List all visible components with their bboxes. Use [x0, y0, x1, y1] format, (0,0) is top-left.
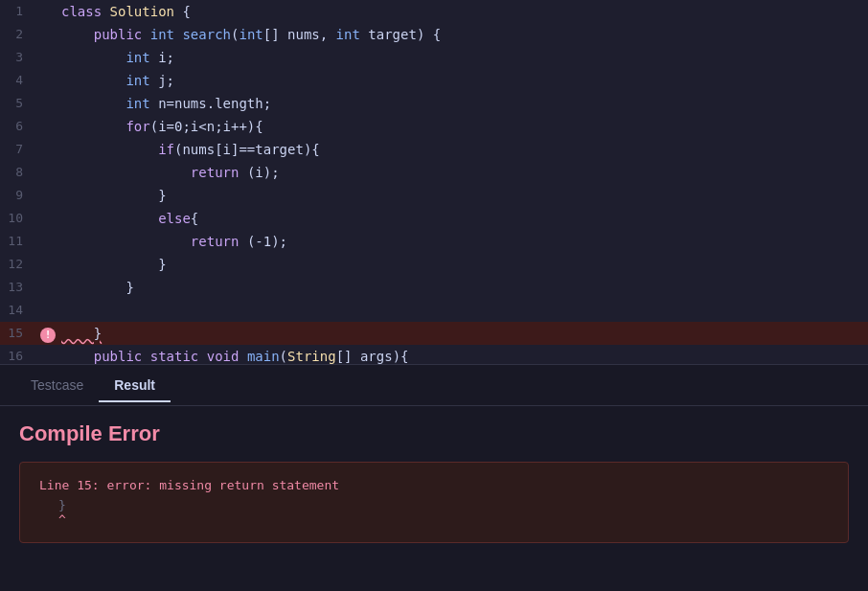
tab-result[interactable]: Result: [99, 368, 171, 402]
code-line-10: 10 else{: [0, 207, 868, 230]
line-number-13: 13: [0, 276, 38, 299]
line-number-5: 5: [0, 92, 38, 115]
error-icon-cell-3: [38, 46, 57, 69]
line-number-7: 7: [0, 138, 38, 161]
line-content-10: else{: [57, 207, 868, 230]
line-content-6: for(i=0;i<n;i++){: [57, 115, 868, 138]
line-content-1: class Solution {: [57, 0, 868, 23]
line-number-2: 2: [0, 23, 38, 46]
line-number-3: 3: [0, 46, 38, 69]
code-line-3: 3 int i;: [0, 46, 868, 69]
code-line-5: 5 int n=nums.length;: [0, 92, 868, 115]
line-content-15: }: [57, 322, 868, 345]
line-content-2: public int search(int[] nums, int target…: [57, 23, 868, 46]
error-icon-cell-6: [38, 115, 57, 138]
line-number-14: 14: [0, 299, 38, 322]
error-caret: ^: [58, 512, 829, 527]
error-icon-cell-15: !: [38, 322, 57, 345]
error-icon: !: [40, 328, 56, 343]
error-icon-cell-8: [38, 161, 57, 184]
code-line-7: 7 if(nums[i]==target){: [0, 138, 868, 161]
result-panel: Compile Error Line 15: error: missing re…: [0, 406, 868, 591]
code-line-13: 13 }: [0, 276, 868, 299]
error-code-snippet: }: [58, 498, 829, 512]
code-line-16: 16 public static void main(String[] args…: [0, 345, 868, 364]
error-icon-cell-4: [38, 69, 57, 92]
code-line-9: 9 }: [0, 184, 868, 207]
compile-error-title: Compile Error: [19, 421, 849, 446]
code-line-11: 11 return (-1);: [0, 230, 868, 253]
line-content-7: if(nums[i]==target){: [57, 138, 868, 161]
error-icon-cell-10: [38, 207, 57, 230]
line-content-3: int i;: [57, 46, 868, 69]
line-content-4: int j;: [57, 69, 868, 92]
error-icon-cell-7: [38, 138, 57, 161]
line-content-14: [57, 299, 868, 322]
error-icon-cell-14: [38, 299, 57, 322]
code-line-8: 8 return (i);: [0, 161, 868, 184]
line-content-9: }: [57, 184, 868, 207]
line-number-8: 8: [0, 161, 38, 184]
code-line-2: 2 public int search(int[] nums, int targ…: [0, 23, 868, 46]
code-table: 1class Solution {2 public int search(int…: [0, 0, 868, 364]
error-box: Line 15: error: missing return statement…: [19, 462, 849, 543]
line-number-10: 10: [0, 207, 38, 230]
error-message: Line 15: error: missing return statement: [39, 478, 829, 492]
error-icon-cell-2: [38, 23, 57, 46]
line-content-12: }: [57, 253, 868, 276]
line-content-16: public static void main(String[] args){: [57, 345, 868, 364]
line-number-15: 15: [0, 322, 38, 345]
error-icon-cell-9: [38, 184, 57, 207]
code-line-6: 6 for(i=0;i<n;i++){: [0, 115, 868, 138]
error-icon-cell-12: [38, 253, 57, 276]
error-icon-cell-13: [38, 276, 57, 299]
error-icon-cell-16: [38, 345, 57, 364]
error-icon-cell-5: [38, 92, 57, 115]
line-content-5: int n=nums.length;: [57, 92, 868, 115]
line-number-1: 1: [0, 0, 38, 23]
tab-testcase[interactable]: Testcase: [15, 368, 99, 402]
line-number-11: 11: [0, 230, 38, 253]
code-line-12: 12 }: [0, 253, 868, 276]
error-icon-cell-11: [38, 230, 57, 253]
code-line-1: 1class Solution {: [0, 0, 868, 23]
line-number-16: 16: [0, 345, 38, 364]
tabs-bar: Testcase Result: [0, 364, 868, 406]
code-line-15: 15! }: [0, 322, 868, 345]
line-number-12: 12: [0, 253, 38, 276]
line-content-11: return (-1);: [57, 230, 868, 253]
code-editor: 1class Solution {2 public int search(int…: [0, 0, 868, 364]
line-content-8: return (i);: [57, 161, 868, 184]
line-number-6: 6: [0, 115, 38, 138]
error-icon-cell-1: [38, 0, 57, 23]
code-line-14: 14: [0, 299, 868, 322]
line-content-13: }: [57, 276, 868, 299]
line-number-4: 4: [0, 69, 38, 92]
line-number-9: 9: [0, 184, 38, 207]
code-line-4: 4 int j;: [0, 69, 868, 92]
